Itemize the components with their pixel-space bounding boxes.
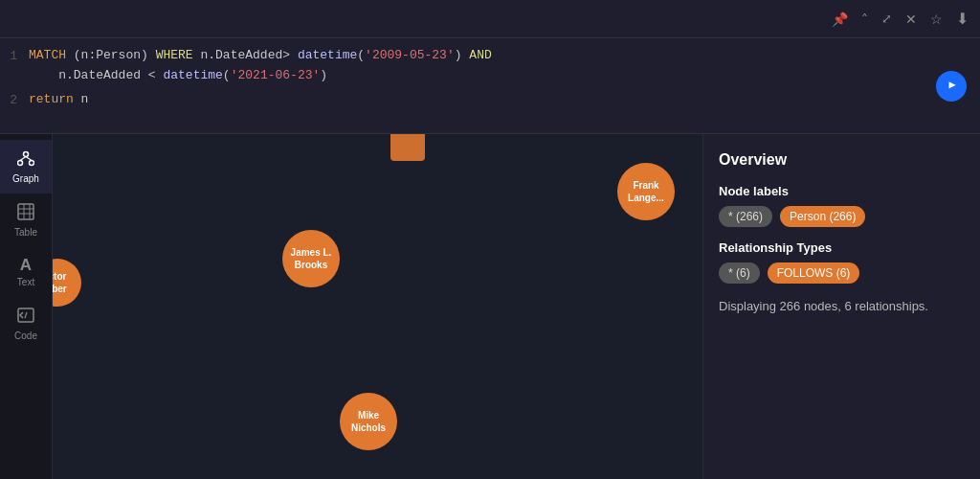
node-james[interactable]: James L.Brooks	[282, 230, 340, 287]
node-victor-label: ctorrber	[53, 270, 67, 295]
svg-line-3	[20, 157, 26, 161]
code-content-1: MATCH (n:Person) WHERE n.DateAdded> date…	[29, 46, 492, 86]
relationship-badges: * (6) FOLLOWS (6)	[719, 262, 965, 284]
node-labels-badges: * (266) Person (266)	[719, 206, 965, 227]
table-icon	[17, 203, 34, 223]
top-toolbar: 📌 ˄ ⤢ ✕ ☆ ⬇	[0, 0, 980, 38]
text-icon: A	[20, 257, 32, 273]
close-icon[interactable]: ✕	[905, 11, 917, 27]
play-icon: ▶	[948, 77, 955, 95]
overview-panel: Overview Node labels * (266) Person (266…	[702, 134, 980, 479]
node-mike[interactable]: MikeNichols	[340, 393, 397, 450]
sidebar: Graph Table A Text	[0, 134, 53, 479]
code-line-1: 1 MATCH (n:Person) WHERE n.DateAdded> da…	[0, 46, 969, 86]
relationship-types-heading: Relationship Types	[719, 240, 965, 255]
pin-icon[interactable]: 📌	[832, 11, 848, 27]
node-frank[interactable]: Frank Lange...	[617, 163, 675, 220]
main-content: Graph Table A Text	[0, 134, 980, 479]
badge-all-nodes[interactable]: * (266)	[719, 206, 772, 227]
sidebar-item-text[interactable]: A Text	[0, 247, 52, 297]
svg-point-0	[24, 152, 29, 157]
svg-point-2	[30, 161, 34, 166]
node-mike-label: MikeNichols	[351, 409, 386, 434]
orange-hint	[390, 134, 425, 161]
node-victor[interactable]: ctorrber	[53, 259, 81, 307]
code-line-2: 2 return n	[0, 90, 969, 111]
run-button[interactable]: ▶	[936, 71, 967, 102]
svg-point-1	[18, 161, 23, 166]
node-james-label: James L.Brooks	[291, 246, 332, 271]
overview-summary: Displaying 266 nodes, 6 relationships.	[719, 297, 965, 316]
expand-icon[interactable]: ⤢	[881, 11, 892, 26]
code-content-2: return n	[29, 90, 88, 110]
graph-area[interactable]: Frank Lange... James L.Brooks ctorrber M…	[53, 134, 702, 479]
code-editor: 1 MATCH (n:Person) WHERE n.DateAdded> da…	[0, 38, 980, 134]
chevron-up-icon[interactable]: ˄	[861, 11, 868, 27]
graph-icon	[17, 149, 34, 170]
sidebar-code-label: Code	[14, 331, 37, 341]
star-icon[interactable]: ☆	[930, 11, 943, 27]
node-labels-heading: Node labels	[719, 184, 965, 198]
sidebar-item-code[interactable]: Code	[0, 297, 52, 351]
sidebar-graph-label: Graph	[12, 173, 39, 184]
line-number-2: 2	[0, 90, 29, 111]
badge-follows-rels[interactable]: FOLLOWS (6)	[768, 262, 860, 284]
sidebar-table-label: Table	[14, 227, 37, 238]
node-frank-label: Frank Lange...	[617, 179, 675, 204]
sidebar-item-table[interactable]: Table	[0, 194, 52, 247]
sidebar-item-graph[interactable]: Graph	[0, 140, 52, 194]
line-number-1: 1	[0, 46, 29, 67]
svg-line-11	[25, 312, 27, 318]
sidebar-text-label: Text	[17, 277, 34, 287]
download-icon[interactable]: ⬇	[956, 10, 969, 28]
code-icon	[17, 307, 34, 327]
badge-all-rels[interactable]: * (6)	[719, 262, 760, 284]
svg-rect-5	[18, 204, 33, 219]
badge-person-nodes[interactable]: Person (266)	[780, 206, 865, 227]
svg-line-4	[26, 157, 32, 161]
overview-title: Overview	[719, 151, 965, 169]
